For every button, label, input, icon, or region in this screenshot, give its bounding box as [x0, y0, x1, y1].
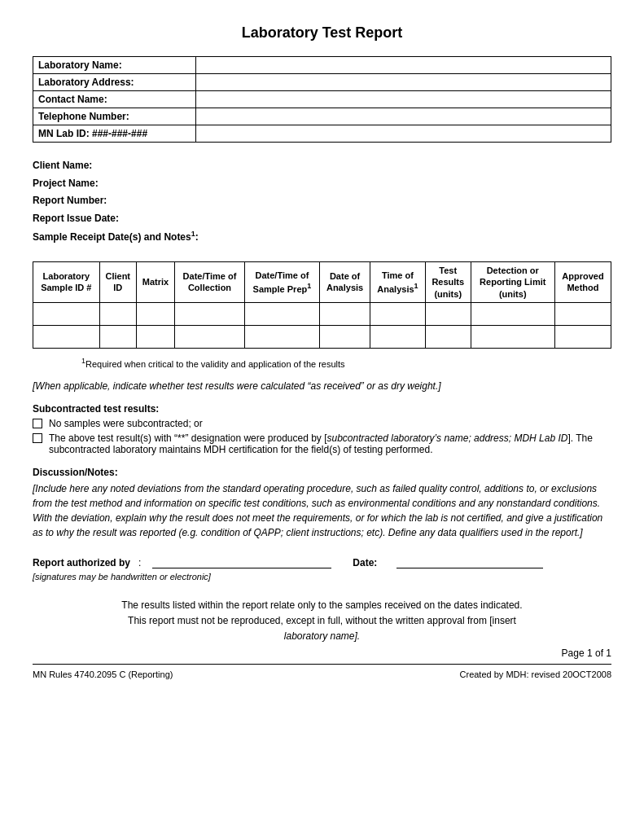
client-info-row: Sample Receipt Date(s) and Notes1: [33, 227, 611, 247]
data-table: LaboratorySample ID #ClientIDMatrixDate/… [33, 261, 611, 349]
signature-underline[interactable] [152, 556, 331, 568]
report-authorized-label: Report authorized by [33, 557, 130, 568]
table-header-detection-reporting: Detection orReporting Limit(units) [471, 261, 554, 302]
date-underline[interactable] [396, 556, 543, 568]
client-info-row: Project Name: [33, 175, 611, 193]
table-header-approved-method: ApprovedMethod [554, 261, 611, 302]
discussion-text: [Include here any noted deviations from … [33, 481, 611, 540]
info-value [196, 74, 611, 91]
client-field-label: Report Number: [33, 195, 107, 206]
info-value [196, 57, 611, 74]
table-cell [320, 302, 370, 325]
client-field-label: Project Name: [33, 178, 99, 189]
table-cell [471, 302, 554, 325]
subcontracted-option-1: The above test result(s) with “**” desig… [33, 432, 611, 455]
footnote: 1Required when critical to the validity … [81, 357, 611, 369]
date-label: Date: [353, 557, 377, 568]
table-cell [175, 302, 245, 325]
discussion-section: Discussion/Notes: [Include here any note… [33, 467, 611, 540]
bottom-bar: MN Rules 4740.2095 C (Reporting) Created… [33, 664, 611, 679]
client-info-row: Report Number: [33, 192, 611, 210]
table-cell [425, 325, 471, 348]
client-field-label: Client Name: [33, 160, 92, 171]
info-table: Laboratory Name:Laboratory Address:Conta… [33, 56, 611, 143]
table-cell [136, 302, 174, 325]
info-label: Contact Name: [33, 91, 196, 108]
table-cell [370, 325, 426, 348]
info-value [196, 91, 611, 108]
subcontracted-option-text: No samples were subcontracted; or [49, 418, 203, 429]
table-row [33, 325, 611, 348]
table-cell [320, 325, 370, 348]
signature-area: Report authorized by: Date: [signatures … [33, 556, 611, 582]
subcontracted-title: Subcontracted test results: [33, 403, 611, 415]
table-cell [554, 302, 611, 325]
client-field-label: Report Issue Date: [33, 213, 119, 224]
table-header-date-collection: Date/Time ofCollection [175, 261, 245, 302]
table-header-lab-sample-id: LaboratorySample ID # [33, 261, 100, 302]
table-cell [425, 302, 471, 325]
page-title: Laboratory Test Report [33, 24, 611, 42]
table-cell [370, 302, 426, 325]
table-cell [136, 325, 174, 348]
table-header-time-analysis: Time ofAnalysis1 [370, 261, 426, 302]
table-header-date-sample-prep: Date/Time ofSample Prep1 [244, 261, 319, 302]
info-value [196, 108, 611, 125]
page-number: Page 1 of 1 [33, 647, 611, 659]
table-cell [175, 325, 245, 348]
table-cell [471, 325, 554, 348]
table-cell [33, 325, 100, 348]
table-header-matrix: Matrix [136, 261, 174, 302]
client-info: Client Name:Project Name:Report Number:R… [33, 157, 611, 247]
bottom-left: MN Rules 4740.2095 C (Reporting) [33, 669, 173, 679]
checkbox-icon[interactable] [33, 433, 42, 443]
sig-note: [signatures may be handwritten or electr… [33, 572, 611, 582]
table-cell [244, 325, 319, 348]
table-cell [99, 302, 136, 325]
table-header-date-analysis: Date ofAnalysis [320, 261, 370, 302]
table-header-client-id: ClientID [99, 261, 136, 302]
table-cell [99, 325, 136, 348]
subcontracted-section: Subcontracted test results: No samples w… [33, 403, 611, 455]
italic-note: [When applicable, indicate whether test … [33, 380, 611, 392]
table-cell [244, 302, 319, 325]
table-cell [554, 325, 611, 348]
checkbox-icon[interactable] [33, 419, 42, 428]
table-cell [33, 302, 100, 325]
info-label: Laboratory Address: [33, 74, 196, 91]
footer-note: The results listed within the report rel… [33, 598, 611, 645]
bottom-right: Created by MDH: revised 20OCT2008 [460, 669, 611, 679]
client-info-row: Report Issue Date: [33, 210, 611, 228]
discussion-title: Discussion/Notes: [33, 467, 611, 478]
client-field-label: Sample Receipt Date(s) and Notes1: [33, 231, 199, 243]
info-label: Laboratory Name: [33, 57, 196, 74]
client-info-row: Client Name: [33, 157, 611, 175]
info-label: MN Lab ID: ###-###-### [33, 125, 196, 143]
table-header-test-results: TestResults(units) [425, 261, 471, 302]
info-label: Telephone Number: [33, 108, 196, 125]
info-value [196, 125, 611, 143]
subcontracted-option-0: No samples were subcontracted; or [33, 418, 611, 429]
subcontracted-option-text: The above test result(s) with “**” desig… [49, 432, 611, 455]
table-row [33, 302, 611, 325]
